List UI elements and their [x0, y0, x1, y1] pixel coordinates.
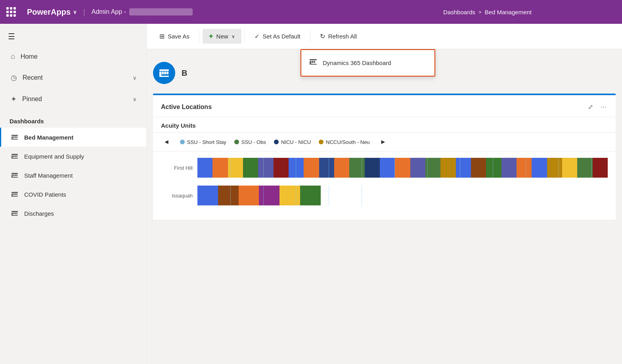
- sidebar-item-home[interactable]: ⌂ Home: [0, 46, 146, 67]
- svg-rect-27: [15, 213, 16, 214]
- legend-dot-ssu-short-stay: [180, 140, 185, 144]
- svg-rect-30: [310, 59, 317, 60]
- svg-rect-2: [13, 136, 14, 138]
- chart-row-first-hill: First Hill: [161, 158, 608, 178]
- checkmark-icon: ✓: [255, 33, 260, 40]
- svg-rect-18: [11, 192, 18, 193]
- blurred-user-info: [129, 8, 193, 15]
- top-navigation: PowerApps ∨ | Admin App - Dashboards > B…: [0, 0, 622, 24]
- bar-segment: [395, 158, 410, 178]
- hamburger-icon: ☰: [8, 32, 15, 41]
- legend-label-nicu: NICU - NICU: [281, 139, 311, 145]
- sidebar-item-recent[interactable]: ◷ Recent ∨: [0, 67, 146, 88]
- sidebar-item-discharges[interactable]: Discharges: [0, 204, 146, 223]
- bar-segment: [440, 158, 455, 178]
- legend-item-ssu-short-stay: SSU - Short Stay: [180, 139, 226, 145]
- legend-item-ssu-obs: SSU - Obs: [234, 139, 266, 145]
- chart-legend: ◄ SSU - Short Stay SSU - Obs NICU - NICU: [153, 133, 616, 151]
- svg-rect-23: [11, 196, 18, 197]
- svg-rect-34: [310, 64, 317, 65]
- new-dropdown-menu: Dynamics 365 Dashboard: [300, 49, 435, 77]
- bar-segment: [258, 158, 273, 178]
- bar-segment: [501, 158, 517, 178]
- discharges-icon: [11, 209, 19, 217]
- admin-app-section: Admin App -: [92, 8, 193, 15]
- svg-rect-5: [11, 139, 18, 140]
- bar-segment: [274, 158, 289, 178]
- bar-segment: [228, 158, 243, 178]
- sidebar-item-covid-patients[interactable]: COVID Patients: [0, 185, 146, 204]
- svg-rect-11: [11, 158, 18, 159]
- main-content: B Active Locations ⤢ ··· Acu: [147, 49, 622, 364]
- sidebar-item-staff-management[interactable]: Staff Management: [0, 166, 146, 185]
- admin-app-text: Admin App -: [92, 8, 126, 15]
- svg-rect-0: [11, 135, 18, 136]
- bar-segment: [239, 186, 259, 205]
- svg-rect-14: [13, 174, 14, 176]
- expand-chart-button[interactable]: ⤢: [586, 102, 595, 112]
- bar-segment: [243, 158, 258, 178]
- more-options-button[interactable]: ···: [599, 102, 608, 112]
- save-as-button[interactable]: ⊞ Save As: [153, 29, 196, 43]
- pinned-chevron: ∨: [133, 96, 137, 102]
- first-hill-label: First Hill: [161, 165, 193, 171]
- app-name[interactable]: PowerApps ∨: [27, 8, 77, 17]
- legend-dot-nccu: [319, 140, 323, 144]
- set-as-default-label: Set As Default: [263, 33, 300, 40]
- sidebar-item-equipment-supply[interactable]: Equipment and Supply: [0, 147, 146, 166]
- powerapps-label: PowerApps: [27, 8, 71, 17]
- dashboard-title-partial: B: [182, 69, 187, 78]
- issaquah-label: Issaquah: [161, 193, 193, 199]
- ellipsis-icon: ···: [601, 103, 606, 110]
- sidebar-item-bed-management[interactable]: Bed Management: [0, 128, 146, 147]
- equipment-supply-label: Equipment and Supply: [24, 153, 84, 160]
- svg-rect-15: [15, 174, 16, 176]
- bar-segment: [289, 158, 304, 178]
- svg-rect-37: [162, 72, 164, 75]
- svg-rect-6: [11, 154, 18, 155]
- bar-segment: [212, 158, 228, 178]
- bar-segment: [334, 158, 349, 178]
- bar-segment: [365, 158, 380, 178]
- bar-segment: [532, 158, 547, 178]
- new-plus-icon: +: [209, 32, 213, 40]
- breadcrumb-dashboards[interactable]: Dashboards: [443, 9, 475, 15]
- expand-icon: ⤢: [588, 103, 593, 110]
- app-grid-button[interactable]: [6, 4, 22, 20]
- dynamics-365-dashboard-option[interactable]: Dynamics 365 Dashboard: [301, 52, 434, 74]
- staff-management-icon: [11, 171, 19, 179]
- svg-rect-32: [312, 61, 313, 63]
- svg-rect-33: [314, 61, 315, 63]
- sidebar-recent-label: Recent: [23, 74, 127, 81]
- chart-row-issaquah: Issaquah: [161, 186, 608, 205]
- hamburger-menu[interactable]: ☰: [0, 27, 146, 46]
- sidebar-home-label: Home: [21, 53, 137, 60]
- bar-segment: [218, 186, 239, 205]
- bar-segment: [471, 158, 486, 178]
- chart-card: Active Locations ⤢ ··· Acuity Units ◄: [153, 94, 616, 220]
- toolbar-separator-1: [199, 30, 199, 43]
- bar-segment: [593, 158, 608, 178]
- legend-prev-button[interactable]: ◄: [161, 138, 172, 146]
- new-chevron-icon: ∨: [232, 34, 235, 39]
- refresh-all-button[interactable]: ↻ Refresh All: [314, 29, 364, 43]
- breadcrumb-bed-management[interactable]: Bed Management: [485, 9, 532, 15]
- svg-rect-29: [11, 215, 18, 216]
- svg-rect-39: [167, 72, 168, 75]
- bar-segment: [349, 158, 364, 178]
- discharges-label: Discharges: [24, 210, 54, 217]
- set-as-default-button[interactable]: ✓ Set As Default: [248, 30, 307, 43]
- sidebar-item-pinned[interactable]: ✦ Pinned ∨: [0, 88, 146, 110]
- svg-rect-22: [16, 193, 17, 195]
- svg-rect-20: [13, 193, 14, 195]
- refresh-all-label: Refresh All: [328, 33, 357, 40]
- app-name-chevron: ∨: [73, 9, 77, 15]
- home-icon: ⌂: [11, 52, 15, 61]
- legend-next-button[interactable]: ►: [378, 138, 389, 146]
- chart-title: Active Locations: [161, 103, 212, 111]
- chart-header-actions: ⤢ ···: [586, 102, 608, 112]
- new-button[interactable]: + New ∨: [203, 29, 241, 44]
- toolbar-separator-2: [245, 30, 245, 43]
- svg-rect-40: [159, 76, 169, 77]
- legend-label-nccu: NCCU/South - Neu: [326, 139, 370, 145]
